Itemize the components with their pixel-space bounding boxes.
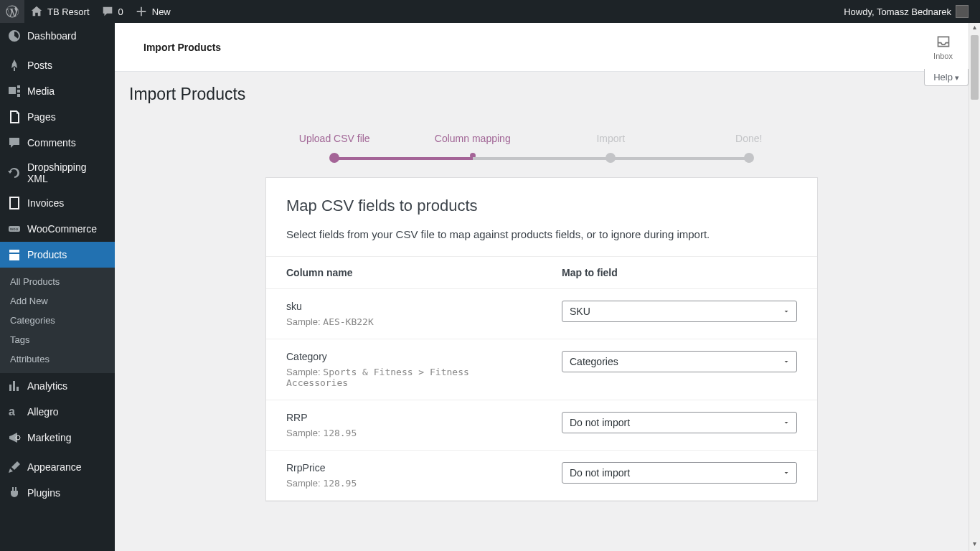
avatar xyxy=(956,5,969,18)
wordpress-icon xyxy=(6,5,19,18)
wp-logo[interactable] xyxy=(0,0,24,23)
brush-icon xyxy=(7,460,22,474)
table-row: RRPSample: 128.95Do not import xyxy=(266,400,817,451)
table-row: CategorySample: Sports & Fitness > Fitne… xyxy=(266,339,817,400)
column-name: RRP xyxy=(286,412,522,423)
map-field-select[interactable]: Do not import xyxy=(562,462,797,484)
column-sample: Sample: 128.95 xyxy=(286,428,522,438)
map-field-select[interactable]: Do not import xyxy=(562,412,797,433)
sidebar-item-pages[interactable]: Pages xyxy=(0,104,115,130)
column-sample: Sample: Sports & Fitness > Fitness Acces… xyxy=(286,367,522,388)
sidebar-item-label: Posts xyxy=(27,60,52,71)
new-label: New xyxy=(152,6,171,17)
sidebar-item-plugins[interactable]: Plugins xyxy=(0,480,115,506)
table-row: RrpPriceSample: 128.95Do not import xyxy=(266,451,817,501)
page-header-title: Import Products xyxy=(143,42,221,53)
step-dot xyxy=(744,153,754,163)
sidebar-item-marketing[interactable]: Marketing xyxy=(0,425,115,451)
sidebar-item-invoices[interactable]: Invoices xyxy=(0,190,115,216)
map-field-select[interactable]: Categories xyxy=(562,351,797,372)
sidebar-item-label: Appearance xyxy=(27,461,82,473)
help-tab[interactable]: Help xyxy=(924,69,969,86)
step-3: Done! xyxy=(680,133,819,157)
mapping-card: Map CSV fields to products Select fields… xyxy=(265,177,818,501)
products-icon xyxy=(7,248,22,262)
step-label: Upload CSV file xyxy=(265,133,404,144)
content-area: Import Products Inbox Help Import Produc… xyxy=(115,23,969,551)
megaphone-icon xyxy=(7,430,22,445)
submenu-item-tags[interactable]: Tags xyxy=(0,330,115,349)
scroll-down-icon[interactable]: ▾ xyxy=(969,540,980,551)
step-label: Column mapping xyxy=(404,133,542,144)
submenu-item-attributes[interactable]: Attributes xyxy=(0,349,115,369)
card-desc: Select fields from your CSV file to map … xyxy=(286,228,797,240)
chart-icon xyxy=(7,379,22,393)
sidebar-item-dropshipping-xml[interactable]: Dropshipping XML xyxy=(0,156,115,190)
mapping-table: Column name Map to field skuSample: AES-… xyxy=(266,256,817,501)
admin-bar: TB Resort 0 New Howdy, Tomasz Bednarek xyxy=(0,0,980,23)
account-link[interactable]: Howdy, Tomasz Bednarek xyxy=(838,0,974,23)
page-icon xyxy=(7,110,22,124)
sidebar-item-products[interactable]: Products xyxy=(0,242,115,268)
page-header: Import Products Inbox xyxy=(115,23,969,72)
column-name: Category xyxy=(286,351,522,362)
column-name: RrpPrice xyxy=(286,462,522,474)
sidebar-item-label: Dropshipping XML xyxy=(27,161,108,184)
allegro-icon: a xyxy=(7,405,22,419)
woo-icon: woo xyxy=(7,222,22,236)
submenu-item-add-new[interactable]: Add New xyxy=(0,291,115,311)
sidebar-item-woocommerce[interactable]: wooWooCommerce xyxy=(0,216,115,242)
scrollbar[interactable]: ▴ ▾ xyxy=(969,23,980,551)
svg-text:woo: woo xyxy=(9,227,19,231)
submenu-item-categories[interactable]: Categories xyxy=(0,311,115,330)
sidebar-item-label: Products xyxy=(27,249,67,260)
help-label: Help xyxy=(933,72,953,83)
sidebar-item-media[interactable]: Media xyxy=(0,78,115,104)
inbox-label: Inbox xyxy=(933,52,953,60)
admin-sidebar: DashboardPostsMediaPagesCommentsDropship… xyxy=(0,23,115,551)
card-title: Map CSV fields to products xyxy=(286,197,797,215)
sidebar-item-label: Marketing xyxy=(27,432,71,443)
sidebar-item-dashboard[interactable]: Dashboard xyxy=(0,23,115,49)
sidebar-item-label: Comments xyxy=(27,137,76,149)
media-icon xyxy=(7,84,22,98)
step-2: Import xyxy=(542,133,680,157)
sidebar-item-appearance[interactable]: Appearance xyxy=(0,454,115,480)
progress-steps: Upload CSV fileColumn mappingImportDone! xyxy=(129,133,954,157)
site-name-link[interactable]: TB Resort xyxy=(24,0,95,23)
step-0: Upload CSV file xyxy=(265,133,404,157)
scroll-up-icon[interactable]: ▴ xyxy=(969,23,980,34)
plus-icon xyxy=(135,5,148,18)
column-sample: Sample: 128.95 xyxy=(286,478,522,489)
sidebar-item-comments[interactable]: Comments xyxy=(0,130,115,156)
pin-icon xyxy=(7,58,22,72)
map-field-select[interactable]: SKU xyxy=(562,301,797,322)
sidebar-item-label: WooCommerce xyxy=(27,223,97,235)
new-link[interactable]: New xyxy=(129,0,176,23)
svg-text:a: a xyxy=(9,405,15,418)
sidebar-item-analytics[interactable]: Analytics xyxy=(0,373,115,399)
submenu-item-all-products[interactable]: All Products xyxy=(0,272,115,291)
inbox-button[interactable]: Inbox xyxy=(933,34,953,60)
sidebar-item-posts[interactable]: Posts xyxy=(0,52,115,78)
table-row: skuSample: AES-KB22KSKU xyxy=(266,289,817,339)
step-label: Done! xyxy=(680,133,819,144)
column-name: sku xyxy=(286,301,522,312)
comments-link[interactable]: 0 xyxy=(95,0,129,23)
dashboard-icon xyxy=(7,29,22,43)
home-icon xyxy=(30,5,43,18)
sidebar-item-label: Pages xyxy=(27,111,56,123)
site-name-label: TB Resort xyxy=(47,6,90,17)
sidebar-item-label: Allegro xyxy=(27,406,59,418)
svg-rect-0 xyxy=(14,67,15,71)
sidebar-item-label: Media xyxy=(27,85,55,97)
sidebar-item-label: Plugins xyxy=(27,487,60,499)
column-sample: Sample: AES-KB22K xyxy=(286,316,522,327)
step-label: Import xyxy=(542,133,680,144)
comment-icon xyxy=(101,5,114,18)
scroll-thumb[interactable] xyxy=(971,35,979,100)
comments-count: 0 xyxy=(118,6,123,17)
comment-icon xyxy=(7,136,22,150)
sidebar-item-allegro[interactable]: aAllegro xyxy=(0,399,115,425)
step-1: Column mapping xyxy=(404,133,542,157)
